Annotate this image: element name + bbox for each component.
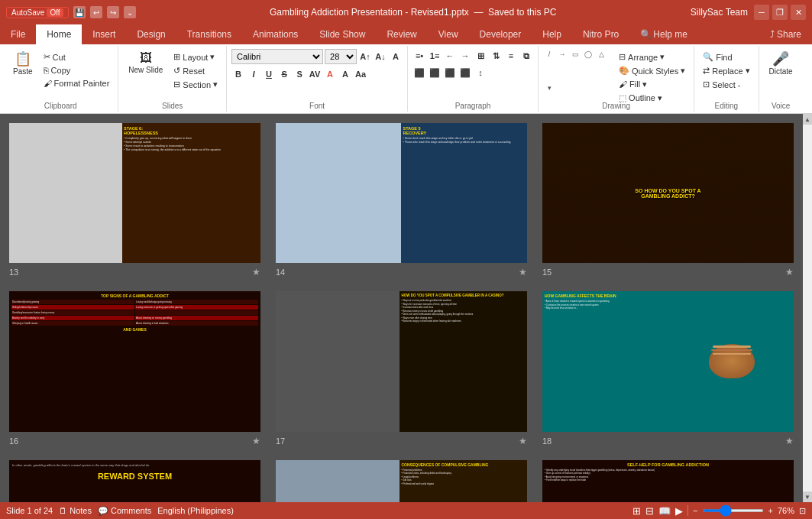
- slide-21-thumb[interactable]: SELF-HELP FOR GAMBLING ADDICTION • Ident…: [541, 459, 795, 502]
- text-highlight-button[interactable]: A: [338, 67, 352, 81]
- line-spacing-button[interactable]: ↕: [474, 66, 487, 79]
- paste-button[interactable]: 📋 Paste: [8, 49, 38, 79]
- slide-16-container[interactable]: TOP SIGNS OF A GAMBLING ADDICT Disordere…: [8, 290, 262, 446]
- shape-fill-button[interactable]: 🖌 Fill ▾: [615, 78, 689, 91]
- copy-button[interactable]: ⎘ Copy: [40, 64, 114, 76]
- italic-button[interactable]: I: [247, 67, 260, 81]
- cut-button[interactable]: ✂ Cut: [40, 50, 114, 63]
- notes-button[interactable]: 🗒 Notes: [59, 506, 92, 515]
- replace-button[interactable]: ⇄ Replace ▾: [699, 64, 753, 77]
- tab-developer[interactable]: Developer: [469, 24, 532, 44]
- font-size-select[interactable]: 28: [325, 49, 357, 64]
- columns-button[interactable]: ⊞: [474, 49, 487, 63]
- tab-helpme[interactable]: 🔍 Help me: [629, 24, 698, 44]
- tab-transitions[interactable]: Transitions: [176, 24, 242, 44]
- zoom-increase-button[interactable]: +: [768, 506, 773, 515]
- comments-button[interactable]: 💬 Comments: [98, 506, 151, 516]
- slide-17-container[interactable]: HOW DO YOU SPOT A COMPULSIVE GAMBLER IN …: [274, 290, 529, 446]
- tab-file[interactable]: File: [0, 24, 36, 44]
- slide-19-thumb[interactable]: In other words, gambling affects the bra…: [8, 459, 262, 502]
- tab-design[interactable]: Design: [126, 24, 176, 44]
- font-family-select[interactable]: Calibri: [231, 49, 323, 64]
- tab-nitropro[interactable]: Nitro Pro: [572, 24, 629, 44]
- shape-line[interactable]: /: [543, 49, 555, 60]
- tab-animations[interactable]: Animations: [242, 24, 309, 44]
- increase-font-button[interactable]: A↑: [358, 50, 372, 63]
- arrange-button[interactable]: ⊟ Arrange ▾: [615, 50, 689, 63]
- save-icon[interactable]: 💾: [73, 6, 86, 18]
- share-button[interactable]: ⤴ Share: [759, 24, 812, 44]
- shape-rect[interactable]: ▭: [569, 49, 581, 60]
- redo-icon[interactable]: ↪: [107, 6, 119, 18]
- slides-panel[interactable]: STAGE 6:HOPELESSNESS • Completely give u…: [0, 114, 803, 502]
- zoom-decrease-button[interactable]: −: [693, 506, 697, 515]
- slide-20-container[interactable]: CONSEQUENCES OF COMPULSIVE GAMBLING • Fi…: [274, 459, 529, 502]
- align-center-button[interactable]: ⬛: [428, 66, 442, 79]
- tab-insert[interactable]: Insert: [82, 24, 126, 44]
- slide-16-thumb[interactable]: TOP SIGNS OF A GAMBLING ADDICT Disordere…: [8, 290, 262, 433]
- increase-indent-button[interactable]: →: [458, 49, 472, 63]
- format-painter-button[interactable]: 🖌 Format Painter: [40, 77, 114, 89]
- scroll-up-arrow[interactable]: ▲: [803, 114, 812, 125]
- undo-icon[interactable]: ↩: [90, 6, 102, 18]
- bullets-button[interactable]: ≡•: [412, 49, 426, 63]
- view-normal-button[interactable]: ⊞: [632, 505, 641, 517]
- tab-view[interactable]: View: [428, 24, 469, 44]
- select-button[interactable]: ⊡ Select -: [699, 78, 753, 91]
- slide-18-container[interactable]: HOW GAMBLING AFFECTS THE BRAIN • Area of…: [541, 290, 795, 446]
- view-slideshow-button[interactable]: ▶: [675, 505, 683, 517]
- scroll-down-arrow[interactable]: ▼: [803, 491, 812, 502]
- slide-17-thumb[interactable]: HOW DO YOU SPOT A COMPULSIVE GAMBLER IN …: [274, 290, 529, 433]
- slide-15-thumb[interactable]: SO HOW DO YOU SPOT AGAMBLING ADDICT?: [541, 122, 795, 264]
- autosave-state[interactable]: Off: [47, 8, 63, 17]
- smartart-button[interactable]: ⧉: [519, 49, 533, 63]
- slide-14-container[interactable]: STAGE 5RECOVERY • Some don't reach this …: [274, 122, 529, 277]
- tab-slideshow[interactable]: Slide Show: [309, 24, 376, 44]
- align-left-button[interactable]: ⬛: [412, 66, 426, 79]
- decrease-font-button[interactable]: A↓: [374, 50, 387, 63]
- shape-oval[interactable]: ◯: [582, 49, 594, 60]
- tab-home[interactable]: Home: [36, 24, 82, 44]
- dictate-button[interactable]: 🎤 Dictate: [764, 49, 798, 79]
- decrease-indent-button[interactable]: ←: [443, 49, 457, 63]
- tab-review[interactable]: Review: [376, 24, 427, 44]
- slide-21-container[interactable]: SELF-HELP FOR GAMBLING ADDICTION • Ident…: [541, 459, 795, 502]
- align-text-button[interactable]: ≡: [504, 49, 518, 63]
- slide-19-container[interactable]: In other words, gambling affects the bra…: [8, 459, 262, 502]
- slide-18-thumb[interactable]: HOW GAMBLING AFFECTS THE BRAIN • Area of…: [541, 290, 795, 433]
- shadow-button[interactable]: S: [293, 67, 306, 81]
- zoom-slider[interactable]: [703, 509, 764, 512]
- slide-13-thumb[interactable]: STAGE 6:HOPELESSNESS • Completely give u…: [8, 122, 262, 264]
- section-button[interactable]: ⊟ Section ▾: [170, 78, 222, 91]
- character-spacing-button[interactable]: AV: [308, 67, 322, 81]
- vertical-scrollbar[interactable]: ▲ ▼: [803, 114, 812, 502]
- slide-13-container[interactable]: STAGE 6:HOPELESSNESS • Completely give u…: [8, 122, 262, 277]
- strikethrough-button[interactable]: S: [277, 67, 291, 81]
- slide-15-container[interactable]: SO HOW DO YOU SPOT AGAMBLING ADDICT? 15 …: [541, 122, 795, 277]
- numbering-button[interactable]: 1≡: [428, 49, 442, 63]
- justify-button[interactable]: ⬛: [458, 66, 472, 79]
- bold-button[interactable]: B: [231, 67, 245, 81]
- reset-button[interactable]: ↺ Reset: [170, 64, 222, 77]
- align-right-button[interactable]: ⬛: [443, 66, 457, 79]
- view-slide-sorter-button[interactable]: ⊟: [645, 505, 654, 517]
- find-button[interactable]: 🔍 Find: [699, 50, 753, 63]
- restore-button[interactable]: ❐: [772, 5, 788, 20]
- minimize-button[interactable]: ─: [754, 5, 769, 20]
- underline-button[interactable]: U: [262, 67, 276, 81]
- clear-format-button[interactable]: A: [389, 50, 403, 63]
- new-slide-button[interactable]: 🖼 New Slide: [123, 49, 168, 77]
- change-case-button[interactable]: Aa: [354, 67, 367, 81]
- view-reading-button[interactable]: 📖: [658, 505, 671, 517]
- text-direction-button[interactable]: ⇅: [489, 49, 503, 63]
- shape-more[interactable]: ▾: [543, 83, 555, 93]
- slide-14-thumb[interactable]: STAGE 5RECOVERY • Some don't reach this …: [274, 122, 529, 264]
- shape-arrow[interactable]: →: [556, 49, 568, 60]
- tab-help[interactable]: Help: [532, 24, 572, 44]
- close-button[interactable]: ✕: [791, 5, 806, 20]
- more-commands-icon[interactable]: ⌄: [124, 6, 136, 18]
- font-color-button[interactable]: A: [323, 67, 337, 81]
- slide-20-thumb[interactable]: CONSEQUENCES OF COMPULSIVE GAMBLING • Fi…: [274, 459, 529, 502]
- quick-styles-button[interactable]: 🎨 Quick Styles ▾: [615, 64, 689, 77]
- layout-button[interactable]: ⊞ Layout ▾: [170, 50, 222, 63]
